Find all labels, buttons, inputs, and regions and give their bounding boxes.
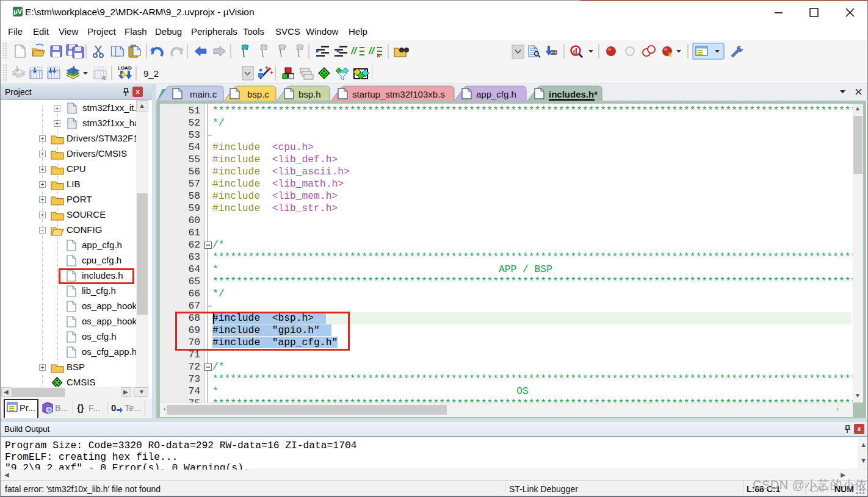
svg-text:app_cfg.h: app_cfg.h <box>476 89 516 99</box>
svg-text://: // <box>350 46 357 56</box>
svg-text:x: x <box>668 50 672 59</box>
svg-text:main.c: main.c <box>190 89 217 99</box>
svg-text:startup_stm32f103xb.s: startup_stm32f103xb.s <box>352 89 445 99</box>
svg-text:?: ? <box>48 407 51 413</box>
svg-text:bsp.h: bsp.h <box>298 89 321 99</box>
svg-text:x: x <box>377 51 381 59</box>
svg-text:LOAD: LOAD <box>118 65 132 71</box>
svg-text://: // <box>368 46 375 56</box>
svg-text:9_2: 9_2 <box>143 68 159 79</box>
svg-text:d: d <box>573 46 578 55</box>
svg-text:includes.h*: includes.h* <box>549 89 598 99</box>
svg-text:x: x <box>102 74 106 81</box>
svg-text:bsp.c: bsp.c <box>247 89 269 99</box>
